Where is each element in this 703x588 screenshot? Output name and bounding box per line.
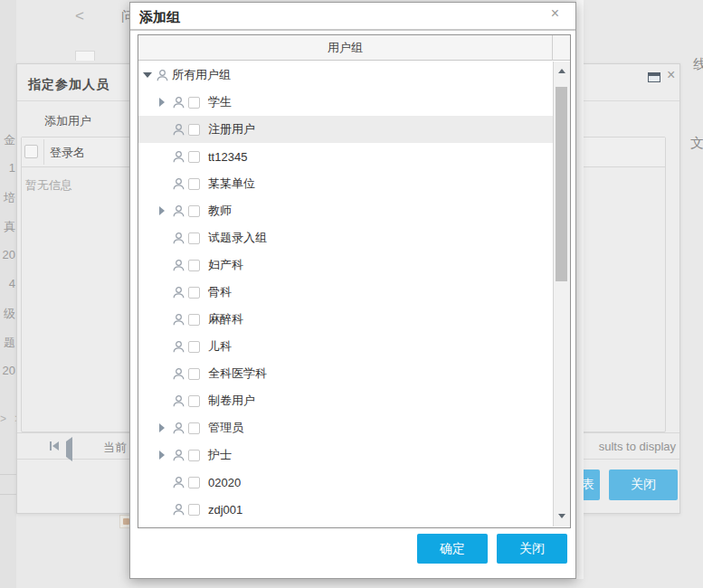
- tree-item-label: 麻醉科: [208, 311, 243, 327]
- group-checkbox[interactable]: [188, 205, 200, 217]
- user-group-icon: [172, 340, 185, 354]
- user-group-icon: [172, 286, 185, 299]
- user-group-icon: [172, 476, 185, 489]
- scrollbar-thumb[interactable]: [556, 87, 567, 281]
- group-checkbox[interactable]: [188, 314, 200, 326]
- tree-item-label: 教师: [208, 203, 232, 219]
- group-checkbox[interactable]: [188, 422, 200, 434]
- tree-item-label: 管理员: [208, 420, 243, 436]
- column-divider: [43, 139, 44, 165]
- back-chevron-icon[interactable]: <: [75, 7, 84, 25]
- group-checkbox[interactable]: [188, 504, 200, 516]
- tree-item[interactable]: 学生: [138, 89, 553, 116]
- clipped-text-fragment: 20: [0, 364, 15, 377]
- tree-item[interactable]: 制卷用户: [138, 387, 553, 414]
- tree-item[interactable]: 骨科: [138, 279, 553, 306]
- user-group-icon: [172, 204, 185, 218]
- expand-toggle-icon[interactable]: [159, 206, 172, 215]
- group-checkbox[interactable]: [188, 260, 200, 271]
- tree-item-label: 试题录入组: [208, 230, 267, 246]
- expand-toggle-icon[interactable]: [159, 423, 172, 432]
- tree-item-label: 全科医学科: [208, 365, 267, 382]
- tree-item[interactable]: 全科医学科: [138, 360, 553, 387]
- clipped-text-fragment: 题: [0, 335, 15, 351]
- group-checkbox[interactable]: [188, 450, 200, 461]
- clipped-text-fragment: 线: [693, 56, 703, 73]
- tree-body: 所有用户组学生注册用户tt12345某某单位教师试题录入组妇产科骨科麻醉科儿科全…: [138, 62, 553, 526]
- tree-header: 用户组: [138, 35, 570, 61]
- clipped-text-fragment: 真: [0, 219, 15, 235]
- tree-item[interactable]: 试题录入组: [138, 224, 553, 251]
- tree-item[interactable]: zdj001: [138, 496, 553, 523]
- close-icon[interactable]: ×: [667, 67, 675, 83]
- clipped-text-fragment: 培: [0, 190, 15, 206]
- tree-item[interactable]: 注册用户: [138, 116, 553, 143]
- expand-toggle-icon[interactable]: [159, 98, 172, 107]
- tree-item-label: tt12345: [208, 150, 247, 164]
- clipped-button-fragment: [75, 51, 95, 61]
- tree-item-label: 02020: [208, 476, 241, 489]
- tree-item[interactable]: 护士: [138, 441, 553, 469]
- user-group-tree-panel: 用户组 所有用户组学生注册用户tt12345某某单位教师试题录入组妇产科骨科麻醉…: [138, 34, 571, 528]
- group-checkbox[interactable]: [188, 97, 200, 109]
- clipped-text-fragment: 文: [690, 135, 703, 152]
- group-checkbox[interactable]: [188, 232, 200, 244]
- group-checkbox[interactable]: [188, 395, 200, 407]
- tree-item-label: 制卷用户: [208, 393, 255, 409]
- group-checkbox[interactable]: [188, 178, 200, 190]
- user-group-icon: [172, 503, 185, 517]
- tree-item[interactable]: 教师: [138, 197, 553, 224]
- tree-item-label: zdj001: [208, 503, 242, 517]
- first-page-icon[interactable]: [50, 441, 59, 450]
- prev-page-icon[interactable]: [66, 441, 72, 458]
- user-group-icon: [172, 313, 185, 327]
- add-user-tab[interactable]: 添加用户: [28, 109, 108, 133]
- clipped-text-fragment: 20: [0, 248, 15, 261]
- tree-item-label: 护士: [208, 447, 232, 463]
- close-icon[interactable]: ×: [551, 5, 559, 22]
- modal-gap-strip: [576, 0, 584, 579]
- user-group-icon: [172, 394, 185, 408]
- tree-item[interactable]: 某某单位: [138, 170, 553, 197]
- tree-item-label: 儿科: [208, 338, 232, 355]
- tree-item-label: 所有用户组: [172, 67, 231, 83]
- results-status-text: sults to display: [599, 440, 676, 453]
- tree-item-label: 学生: [208, 94, 232, 110]
- vertical-scrollbar[interactable]: [553, 62, 570, 526]
- user-group-icon: [172, 422, 185, 435]
- group-checkbox[interactable]: [188, 477, 200, 488]
- tree-item[interactable]: 所有用户组: [138, 62, 553, 89]
- tree-item-label: 注册用户: [208, 121, 255, 138]
- expand-toggle-icon[interactable]: [159, 450, 172, 460]
- user-group-icon: [172, 449, 185, 462]
- page: < 金1培真204级题20 > > 问 线 文 指定参加人员 × 添加用户 登录…: [0, 0, 703, 588]
- user-group-icon: [172, 123, 185, 137]
- tree-item[interactable]: 02020: [138, 469, 553, 496]
- login-name-column-header[interactable]: 登录名: [50, 145, 85, 161]
- maximize-icon[interactable]: [648, 72, 660, 82]
- scroll-up-icon[interactable]: [554, 63, 570, 78]
- scroll-down-icon[interactable]: [554, 508, 570, 523]
- clipped-text-fragment: 4: [0, 277, 15, 290]
- dialog-close-button[interactable]: 关闭: [609, 469, 678, 500]
- tree-item[interactable]: 儿科: [138, 333, 553, 360]
- group-checkbox[interactable]: [188, 124, 200, 136]
- modal-close-button[interactable]: 关闭: [497, 534, 567, 564]
- tree-item[interactable]: tt12345: [138, 143, 553, 170]
- clipped-text-fragment: 1: [0, 161, 15, 175]
- user-group-column-header[interactable]: 用户组: [138, 35, 553, 61]
- ok-button[interactable]: 确定: [417, 534, 488, 564]
- group-checkbox[interactable]: [188, 368, 200, 380]
- user-group-icon: [172, 367, 185, 381]
- select-all-checkbox[interactable]: [24, 145, 38, 158]
- user-group-icon: [172, 150, 185, 164]
- group-checkbox[interactable]: [188, 287, 200, 299]
- tree-item[interactable]: 管理员: [138, 414, 553, 441]
- group-checkbox[interactable]: [188, 151, 200, 163]
- tree-item-label: 妇产科: [208, 257, 243, 273]
- group-checkbox[interactable]: [188, 341, 200, 353]
- tree-item[interactable]: 麻醉科: [138, 306, 553, 333]
- tree-item[interactable]: 妇产科: [138, 251, 553, 279]
- collapse-toggle-icon[interactable]: [143, 72, 156, 78]
- tree-item-label: 骨科: [208, 284, 232, 300]
